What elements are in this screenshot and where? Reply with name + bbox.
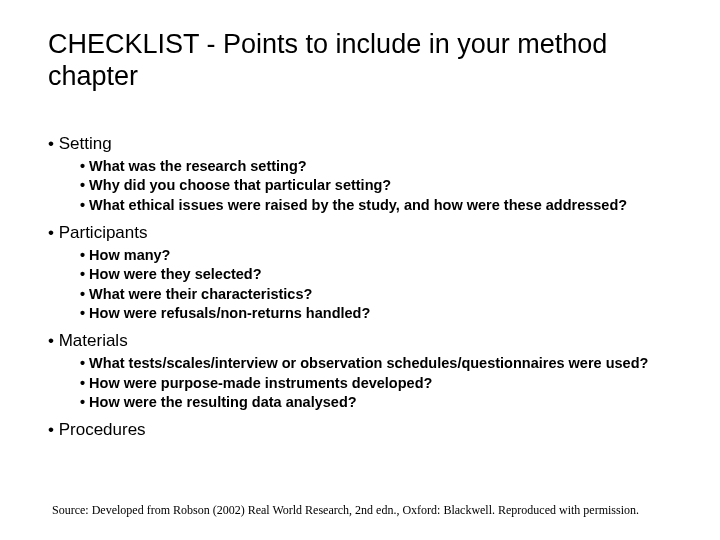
section-label: Setting bbox=[48, 134, 112, 153]
list-item: Participants How many? How were they sel… bbox=[48, 222, 680, 324]
list-item: Procedures bbox=[48, 419, 680, 441]
sub-item: How were purpose-made instruments develo… bbox=[80, 374, 680, 394]
sub-item: What ethical issues were raised by the s… bbox=[80, 196, 680, 216]
sub-item: How many? bbox=[80, 246, 680, 266]
sub-item: What tests/scales/interview or observati… bbox=[80, 354, 680, 374]
sub-item: What was the research setting? bbox=[80, 157, 680, 177]
sub-item: How were they selected? bbox=[80, 265, 680, 285]
list-item: Materials What tests/scales/interview or… bbox=[48, 330, 680, 413]
sub-item: How were refusals/non-returns handled? bbox=[80, 304, 680, 324]
checklist: Setting What was the research setting? W… bbox=[48, 133, 680, 441]
sub-item: How were the resulting data analysed? bbox=[80, 393, 680, 413]
section-label: Participants bbox=[48, 223, 148, 242]
list-item: Setting What was the research setting? W… bbox=[48, 133, 680, 216]
sub-list: How many? How were they selected? What w… bbox=[48, 246, 680, 324]
sub-item: Why did you choose that particular setti… bbox=[80, 176, 680, 196]
sub-list: What was the research setting? Why did y… bbox=[48, 157, 680, 216]
sub-list: What tests/scales/interview or observati… bbox=[48, 354, 680, 413]
source-citation: Source: Developed from Robson (2002) Rea… bbox=[52, 503, 639, 518]
sub-item: What were their characteristics? bbox=[80, 285, 680, 305]
page-title: CHECKLIST - Points to include in your me… bbox=[48, 28, 680, 93]
section-label: Procedures bbox=[48, 420, 146, 439]
section-label: Materials bbox=[48, 331, 128, 350]
